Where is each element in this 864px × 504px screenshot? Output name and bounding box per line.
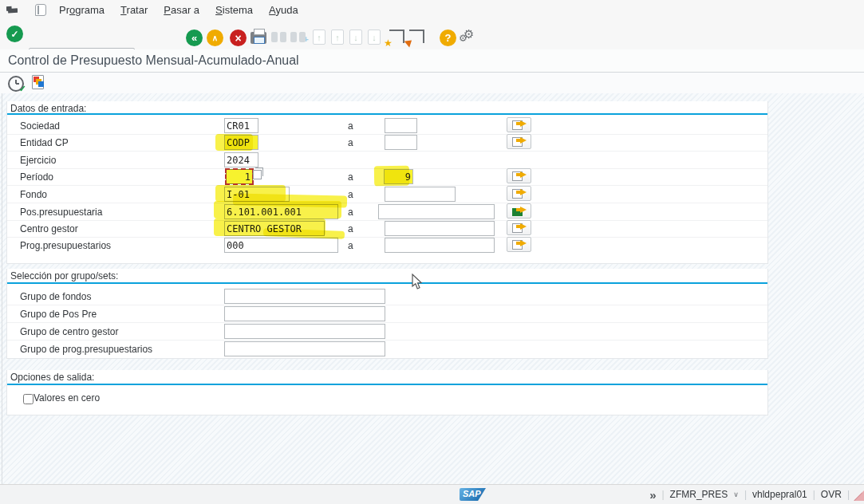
entidad-cp-to-input[interactable] bbox=[385, 135, 417, 150]
multi-select-prog-button[interactable] bbox=[507, 237, 531, 252]
back-button[interactable]: « bbox=[186, 30, 203, 46]
row-entidad-cp: Entidad CP a bbox=[7, 134, 767, 152]
arrow-right-icon bbox=[520, 207, 527, 213]
menu-sistema[interactable]: Sistema bbox=[212, 4, 256, 16]
section-title-entrada: Datos de entrada: bbox=[10, 103, 86, 114]
multi-select-pos-button[interactable] bbox=[507, 203, 531, 219]
arrow-right-icon bbox=[520, 223, 527, 230]
last-page-button[interactable]: ↓ bbox=[368, 30, 381, 45]
divider: | bbox=[744, 489, 747, 500]
menu-bar: Programa Tratar Pasar a Sistema Ayuda bbox=[0, 0, 864, 20]
arrow-right-icon bbox=[520, 240, 527, 246]
shortcut-icon bbox=[409, 30, 424, 43]
new-session-button[interactable]: ★ bbox=[389, 30, 404, 43]
ejercicio-input[interactable] bbox=[224, 152, 258, 167]
panel-grupo-sets: Selección por grupo/sets: Grupo de fondo… bbox=[6, 269, 768, 359]
sociedad-input[interactable] bbox=[224, 118, 258, 133]
label-pos-presupuestaria: Pos.presupuestaria bbox=[20, 207, 102, 218]
get-variant-button[interactable] bbox=[32, 75, 44, 89]
find-button[interactable] bbox=[271, 29, 286, 42]
range-a-label: a bbox=[348, 120, 353, 132]
grupo-prog-input[interactable] bbox=[224, 341, 385, 356]
first-page-button[interactable]: ↑ bbox=[313, 30, 325, 45]
row-grupo-fondos: Grupo de fondos bbox=[7, 288, 767, 305]
enter-button[interactable]: ✓ bbox=[6, 26, 23, 42]
print-icon bbox=[251, 32, 266, 44]
sociedad-to-input[interactable] bbox=[385, 118, 417, 133]
status-bar: SAP » | ZFMR_PRES ∨ | vhldpepral01 | OVR… bbox=[0, 484, 864, 504]
copy-pages-icon[interactable] bbox=[253, 170, 262, 179]
label-sociedad: Sociedad bbox=[20, 120, 60, 132]
label-grupo-centro-gestor: Grupo de centro gestor bbox=[20, 326, 118, 337]
arrow-right-icon bbox=[520, 189, 527, 195]
arrow-right-icon bbox=[520, 171, 527, 178]
label-entidad-cp: Entidad CP bbox=[20, 137, 69, 148]
exit-button[interactable]: ∧ bbox=[207, 30, 223, 46]
gear-small-icon: ⚙ bbox=[459, 33, 468, 44]
row-centro-gestor: Centro gestor a bbox=[7, 220, 767, 238]
page-up-button[interactable]: ↑ bbox=[331, 30, 344, 45]
highlight-entidad bbox=[215, 134, 253, 151]
grupo-fondos-input[interactable] bbox=[224, 289, 385, 304]
customize-button[interactable]: ⚙ ⚙ bbox=[460, 30, 478, 47]
range-a-label: a bbox=[348, 137, 353, 148]
arrow-right-icon bbox=[520, 120, 527, 127]
valores-en-cero-label: Valores en cero bbox=[34, 392, 100, 404]
range-a-label: a bbox=[348, 189, 353, 200]
session-icon[interactable] bbox=[6, 6, 18, 14]
new-session-icon: ★ bbox=[389, 30, 404, 43]
label-grupo-pos-pre: Grupo de Pos Pre bbox=[20, 309, 97, 320]
periodo-input[interactable] bbox=[226, 169, 253, 184]
transaction-dropdown-icon[interactable]: ∨ bbox=[733, 490, 739, 498]
row-pos-presupuestaria: Pos.presupuestaria a bbox=[7, 203, 767, 221]
application-toolbar: ✓ bbox=[0, 73, 864, 94]
multi-select-fondo-button[interactable] bbox=[507, 186, 531, 201]
multi-select-centro-button[interactable] bbox=[507, 220, 531, 235]
divider: | bbox=[813, 489, 815, 500]
insert-mode[interactable]: OVR bbox=[821, 489, 842, 500]
cancel-button[interactable]: × bbox=[230, 30, 247, 46]
menu-programa[interactable]: Programa bbox=[56, 4, 108, 16]
help-button[interactable]: ? bbox=[440, 30, 456, 46]
highlight-pos-presupuestaria bbox=[214, 201, 341, 219]
label-grupo-prog: Grupo de prog.presupuestarios bbox=[20, 344, 152, 355]
multi-select-entidad-button[interactable] bbox=[507, 134, 531, 149]
label-fondo: Fondo bbox=[20, 189, 47, 200]
execute-button[interactable]: ✓ bbox=[8, 76, 24, 92]
menu-tratar[interactable]: Tratar bbox=[117, 4, 151, 16]
row-grupo-centro-gestor: Grupo de centro gestor bbox=[7, 323, 767, 341]
transaction-code[interactable]: ZFMR_PRES bbox=[670, 489, 728, 500]
row-grupo-prog: Grupo de prog.presupuestarios bbox=[7, 341, 767, 357]
grupo-pos-pre-input[interactable] bbox=[224, 306, 385, 321]
prog-presupuestarios-input[interactable] bbox=[224, 238, 338, 253]
grupo-centro-gestor-input[interactable] bbox=[224, 324, 385, 339]
section-title-salida: Opciones de salida: bbox=[10, 372, 94, 383]
centro-gestor-to-input[interactable] bbox=[385, 221, 495, 236]
page-down-button[interactable]: ↓ bbox=[349, 30, 362, 45]
prog-presupuestarios-to-input[interactable] bbox=[385, 238, 495, 253]
server-name: vhldpepral01 bbox=[752, 489, 807, 500]
label-periodo: Período bbox=[20, 171, 53, 183]
range-a-label: a bbox=[348, 240, 353, 251]
content-left-edge bbox=[2, 93, 2, 485]
print-button[interactable] bbox=[251, 29, 266, 44]
find-next-button[interactable]: + bbox=[290, 29, 306, 42]
highlight-periodo-to bbox=[374, 166, 409, 187]
window-icon[interactable] bbox=[35, 4, 46, 16]
range-a-label: a bbox=[348, 171, 353, 183]
multi-select-sociedad-button[interactable] bbox=[507, 117, 531, 132]
section-line bbox=[7, 384, 767, 385]
multi-select-periodo-button[interactable] bbox=[507, 168, 531, 183]
range-a-label: a bbox=[348, 223, 353, 234]
divider: | bbox=[847, 489, 850, 500]
valores-en-cero-checkbox[interactable] bbox=[23, 394, 34, 404]
create-shortcut-button[interactable] bbox=[409, 30, 424, 43]
sap-logo: SAP bbox=[460, 488, 486, 501]
fondo-to-input[interactable] bbox=[385, 187, 456, 202]
menu-pasar-a[interactable]: Pasar a bbox=[160, 4, 203, 16]
pos-presupuestaria-to-input[interactable] bbox=[378, 204, 495, 219]
range-a-label: a bbox=[348, 207, 353, 218]
label-centro-gestor: Centro gestor bbox=[20, 223, 78, 234]
menu-ayuda[interactable]: Ayuda bbox=[266, 4, 302, 16]
expand-status-icon[interactable]: » bbox=[649, 488, 656, 502]
